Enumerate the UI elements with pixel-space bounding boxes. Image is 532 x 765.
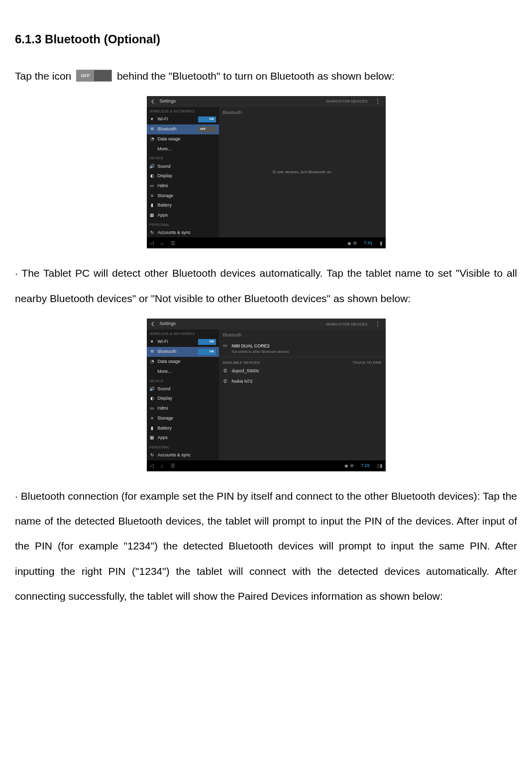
bluetooth-icon: ✲: [150, 349, 155, 354]
ss1-header: Settings SEARCH FOR DEVICES ⋮: [147, 96, 386, 107]
nav-back-icon[interactable]: ◁: [150, 240, 154, 246]
sidebar-item-more[interactable]: More...: [147, 367, 219, 377]
nav-status-icons: ◆ ✜: [347, 240, 357, 246]
sidebar-item-wifi[interactable]: ▾ Wi-Fi: [147, 337, 219, 347]
ss1-title: Settings: [160, 99, 176, 105]
accounts-label: Accounts & sync: [158, 452, 191, 458]
ss2-sidebar: WIRELESS & NETWORKS ▾ Wi-Fi ✲ Bluetooth …: [147, 329, 219, 460]
sidebar-item-datausage[interactable]: ◔ Data usage: [147, 134, 219, 144]
apps-icon: ▦: [150, 213, 155, 218]
nav-status-icons: ◆ ✜: [344, 462, 354, 469]
wifi-toggle[interactable]: [198, 339, 216, 345]
ss1-sidebar: WIRELESS & NETWORKS ▾ Wi-Fi ✲ Bluetooth …: [147, 107, 219, 237]
device-row-2[interactable]: ✆ Nokia N72: [219, 376, 386, 387]
heading-6-1-3: 6.1.3 Bluetooth (Optional): [15, 25, 517, 54]
phone-icon: ✆: [223, 369, 228, 374]
nav-back-icon[interactable]: ◁: [150, 462, 154, 469]
phone-icon: ✆: [223, 379, 228, 384]
section-wireless: WIRELESS & NETWORKS: [147, 329, 219, 337]
hdmi-label: Hdmi: [158, 183, 168, 189]
self-device[interactable]: ▭ N90 DUAL CORE2 Not visible to other Bl…: [219, 340, 386, 357]
sidebar-item-bluetooth[interactable]: ✲ Bluetooth: [147, 347, 219, 357]
sidebar-item-wifi[interactable]: ▾ Wi-Fi: [147, 114, 219, 124]
display-icon: ◐: [150, 396, 155, 401]
apps-label: Apps: [158, 435, 168, 441]
section-device: DEVICE: [147, 154, 219, 161]
ss2-main-title: Bluetooth: [219, 329, 386, 340]
sidebar-item-apps[interactable]: ▦ Apps: [147, 433, 219, 443]
ss1-navbar: ◁ ⌂ ☰ ◆ ✜ 7:41 ▮: [147, 237, 386, 248]
back-icon[interactable]: [150, 321, 157, 328]
display-label: Display: [158, 396, 173, 402]
sidebar-item-sound[interactable]: 🔊 Sound: [147, 162, 219, 172]
self-device-sub: Not visible to other Bluetooth devices: [232, 349, 289, 354]
bluetooth-icon: ✲: [150, 127, 155, 132]
sound-label: Sound: [158, 164, 171, 170]
display-label: Display: [158, 173, 173, 179]
device-name-1: dopod_S900c: [232, 368, 260, 374]
wifi-toggle[interactable]: [198, 116, 216, 122]
accounts-label: Accounts & sync: [158, 230, 191, 236]
sidebar-item-storage[interactable]: ≡ Storage: [147, 414, 219, 424]
battery-icon: ▮: [150, 203, 155, 208]
data-usage-icon: ◔: [150, 359, 155, 364]
ss1-main: Bluetooth To see devices, turn Bluetooth…: [219, 107, 386, 237]
search-for-devices[interactable]: SEARCH FOR DEVICES: [326, 322, 368, 327]
nav-home-icon[interactable]: ⌂: [161, 462, 164, 469]
paragraph-2: · The Tablet PC will detect other Blueto…: [15, 261, 517, 311]
tablet-icon: ▭: [223, 343, 228, 348]
storage-icon: ≡: [150, 193, 155, 198]
screenshot-1: Settings SEARCH FOR DEVICES ⋮ WIRELESS &…: [147, 96, 386, 248]
hdmi-label: Hdmi: [158, 406, 168, 412]
battery-label: Battery: [158, 426, 172, 432]
wifi-label: Wi-Fi: [158, 116, 168, 122]
overflow-menu-icon[interactable]: ⋮: [373, 98, 383, 106]
nav-battery-icon: ▮: [380, 240, 383, 246]
section-device: DEVICE: [147, 377, 219, 384]
self-device-name: N90 DUAL CORE2: [232, 343, 289, 349]
more-label: More...: [158, 369, 172, 375]
paragraph-3: · Bluetooth connection (for example set …: [15, 484, 517, 609]
sidebar-item-battery[interactable]: ▮ Battery: [147, 424, 219, 434]
sidebar-item-sound[interactable]: 🔊 Sound: [147, 384, 219, 394]
back-icon[interactable]: [150, 98, 157, 105]
display-icon: ◐: [150, 174, 155, 179]
sidebar-item-more[interactable]: More...: [147, 144, 219, 154]
apps-label: Apps: [158, 213, 168, 219]
nav-battery-icon: ▯▮: [377, 462, 383, 469]
hdmi-icon: ▭: [150, 406, 155, 411]
sidebar-item-hdmi[interactable]: ▭ Hdmi: [147, 404, 219, 414]
sidebar-item-storage[interactable]: ≡ Storage: [147, 191, 219, 201]
sync-icon: ↻: [150, 230, 155, 235]
device-row-1[interactable]: ✆ dopod_S900c: [219, 366, 386, 377]
sound-icon: 🔊: [150, 164, 155, 169]
datausage-label: Data usage: [158, 136, 181, 142]
sidebar-item-datausage[interactable]: ◔ Data usage: [147, 357, 219, 367]
search-for-devices[interactable]: SEARCH FOR DEVICES: [326, 99, 368, 104]
bluetooth-toggle-on[interactable]: [198, 349, 216, 355]
sidebar-item-display[interactable]: ◐ Display: [147, 171, 219, 181]
bluetooth-toggle-off[interactable]: [198, 126, 216, 132]
ss1-center-msg: To see devices, turn Bluetooth on.: [272, 170, 332, 175]
sidebar-item-display[interactable]: ◐ Display: [147, 394, 219, 404]
nav-recent-icon[interactable]: ☰: [171, 240, 175, 246]
sidebar-item-accounts[interactable]: ↻ Accounts & sync: [147, 228, 219, 238]
storage-label: Storage: [158, 416, 174, 422]
section-personal: PERSONAL: [147, 220, 219, 228]
sidebar-item-bluetooth[interactable]: ✲ Bluetooth: [147, 124, 219, 134]
storage-label: Storage: [158, 193, 174, 199]
sidebar-item-apps[interactable]: ▦ Apps: [147, 211, 219, 220]
sidebar-item-accounts[interactable]: ↻ Accounts & sync: [147, 450, 219, 460]
paragraph-1b: behind the "Bluetooth" to turn on Blueto…: [117, 70, 395, 82]
datausage-label: Data usage: [158, 359, 181, 365]
battery-label: Battery: [158, 203, 172, 209]
screenshot-2: Settings SEARCH FOR DEVICES ⋮ WIRELESS &…: [147, 319, 386, 471]
ss2-header: Settings SEARCH FOR DEVICES ⋮: [147, 319, 386, 329]
nav-home-icon[interactable]: ⌂: [161, 240, 164, 246]
ss2-navbar: ◁ ⌂ ☰ ◆ ✜ 7:19 ▯▮: [147, 460, 386, 471]
nav-recent-icon[interactable]: ☰: [171, 462, 175, 469]
paragraph-1: Tap the icon behind the "Bluetooth" to t…: [15, 64, 517, 89]
overflow-menu-icon[interactable]: ⋮: [373, 320, 383, 328]
sidebar-item-battery[interactable]: ▮ Battery: [147, 201, 219, 211]
sidebar-item-hdmi[interactable]: ▭ Hdmi: [147, 181, 219, 191]
